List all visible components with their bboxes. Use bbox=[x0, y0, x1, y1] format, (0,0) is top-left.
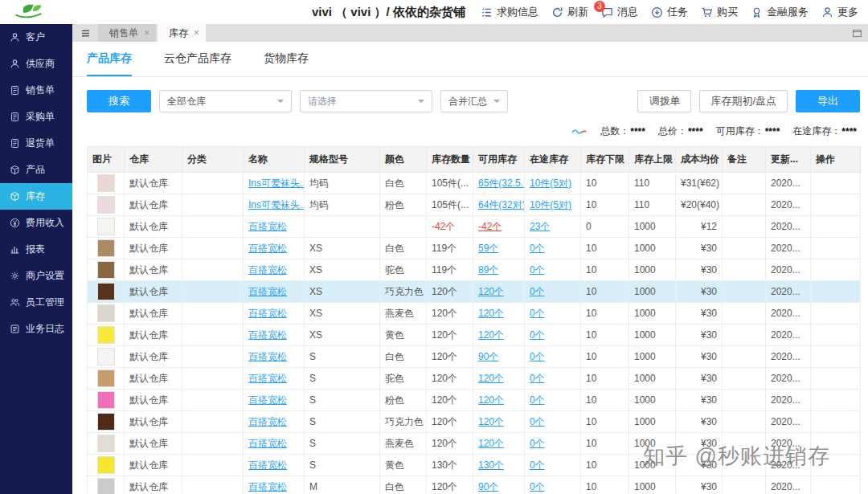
search-button[interactable]: 搜索 bbox=[87, 90, 151, 112]
sidebar-item-4[interactable]: 退货单 bbox=[0, 130, 72, 157]
inventory-row[interactable]: 默认仓库百搭宽松S驼色120个120个0个101000¥302020... bbox=[88, 368, 861, 390]
inventory-row[interactable]: 默认仓库Ins可爱袜头...均码粉色105件(...64件(32对)10件(5对… bbox=[88, 194, 861, 216]
product-image[interactable] bbox=[97, 413, 115, 431]
warehouse-select[interactable]: 全部仓库 bbox=[159, 90, 292, 112]
inventory-row[interactable]: 默认仓库百搭宽松S白色120个90个0个101000¥302020... bbox=[88, 346, 861, 368]
close-icon[interactable]: × bbox=[144, 27, 149, 39]
sidebar-item-1[interactable]: 供应商 bbox=[0, 51, 72, 77]
product-name-link[interactable]: 百搭宽松 bbox=[248, 373, 287, 384]
sidebar-item-2[interactable]: 销售单 bbox=[0, 77, 72, 104]
product-image[interactable] bbox=[97, 348, 115, 365]
subtab-0[interactable]: 产品库存 bbox=[87, 42, 132, 76]
product-name-link[interactable]: Ins可爱袜头... bbox=[248, 199, 305, 210]
inventory-row[interactable]: 默认仓库百搭宽松XS黄色120个120个0个101000¥302020... bbox=[88, 325, 861, 346]
available-stock-link[interactable]: 59个 bbox=[478, 243, 498, 254]
product-name-link[interactable]: Ins可爱袜头... bbox=[248, 178, 305, 189]
export-button[interactable]: 导出 bbox=[796, 90, 860, 112]
available-stock-link[interactable]: -42个 bbox=[478, 221, 502, 232]
transit-stock-link[interactable]: 0个 bbox=[530, 286, 545, 297]
sidebar-item-7[interactable]: 费用收入 bbox=[0, 210, 72, 236]
transit-stock-link[interactable]: 10件(5对) bbox=[530, 178, 571, 189]
available-stock-link[interactable]: 90个 bbox=[478, 351, 498, 362]
available-stock-link[interactable]: 64件(32对) bbox=[478, 199, 525, 210]
product-image[interactable] bbox=[97, 391, 115, 409]
transit-stock-link[interactable]: 0个 bbox=[530, 373, 545, 384]
product-name-link[interactable]: 百搭宽松 bbox=[248, 286, 287, 297]
product-image[interactable] bbox=[97, 196, 115, 214]
transit-stock-link[interactable]: 0个 bbox=[530, 351, 545, 362]
inventory-row[interactable]: 默认仓库百搭宽松S黄色130个130个0个101000¥302020... bbox=[88, 455, 861, 476]
sidebar-item-3[interactable]: 采购单 bbox=[0, 104, 72, 130]
product-image[interactable] bbox=[97, 369, 115, 387]
inventory-row[interactable]: 默认仓库百搭宽松XS白色119个59个0个101000¥302020... bbox=[88, 238, 861, 259]
inventory-row[interactable]: 默认仓库百搭宽松M白色120个90个0个101000¥302020... bbox=[88, 476, 861, 494]
top-action-4[interactable]: 购买 bbox=[701, 5, 738, 19]
available-stock-link[interactable]: 120个 bbox=[478, 438, 504, 449]
close-icon[interactable]: × bbox=[194, 27, 199, 39]
transit-stock-link[interactable]: 0个 bbox=[530, 243, 545, 254]
top-action-6[interactable]: 更多 bbox=[821, 5, 858, 19]
product-name-link[interactable]: 百搭宽松 bbox=[248, 243, 287, 254]
subtab-2[interactable]: 货物库存 bbox=[264, 42, 309, 76]
product-name-link[interactable]: 百搭宽松 bbox=[248, 351, 287, 362]
filter-select[interactable]: 请选择 bbox=[300, 90, 432, 112]
inventory-row[interactable]: 默认仓库百搭宽松S燕麦色120个120个0个101000¥302020... bbox=[88, 433, 861, 455]
toggle-amounts-icon[interactable] bbox=[571, 128, 588, 136]
product-image[interactable] bbox=[97, 478, 115, 494]
sidebar-item-8[interactable]: 报表 bbox=[0, 236, 72, 263]
subtab-1[interactable]: 云仓产品库存 bbox=[164, 42, 231, 76]
available-stock-link[interactable]: 65件(32.5... bbox=[478, 178, 525, 189]
product-image[interactable] bbox=[97, 456, 115, 474]
top-action-2[interactable]: 3消息 bbox=[601, 5, 638, 19]
transit-stock-link[interactable]: 0个 bbox=[530, 394, 545, 406]
product-image[interactable] bbox=[97, 435, 115, 452]
product-name-link[interactable]: 百搭宽松 bbox=[248, 308, 287, 319]
transit-stock-link[interactable]: 0个 bbox=[530, 459, 545, 471]
available-stock-link[interactable]: 89个 bbox=[478, 264, 498, 276]
workspace-tab-1[interactable]: 库存× bbox=[158, 24, 206, 42]
sidebar-item-6[interactable]: 库存 bbox=[0, 183, 72, 210]
sidebar-item-9[interactable]: 商户设置 bbox=[0, 263, 72, 289]
product-image[interactable] bbox=[97, 304, 115, 322]
sidebar-item-11[interactable]: 业务日志 bbox=[0, 316, 72, 342]
product-image[interactable] bbox=[97, 174, 115, 192]
product-name-link[interactable]: 百搭宽松 bbox=[248, 416, 287, 427]
product-name-link[interactable]: 百搭宽松 bbox=[248, 264, 287, 276]
workspace-tab-0[interactable]: 销售单× bbox=[98, 24, 156, 42]
transit-stock-link[interactable]: 0个 bbox=[530, 264, 545, 276]
available-stock-link[interactable]: 120个 bbox=[478, 286, 504, 297]
product-image[interactable] bbox=[97, 326, 115, 344]
transit-stock-link[interactable]: 0个 bbox=[530, 308, 545, 319]
transit-stock-link[interactable]: 0个 bbox=[530, 329, 545, 341]
window-icon[interactable] bbox=[845, 24, 868, 42]
sidebar-item-5[interactable]: 产品 bbox=[0, 157, 72, 183]
product-name-link[interactable]: 百搭宽松 bbox=[248, 459, 287, 471]
available-stock-link[interactable]: 120个 bbox=[478, 329, 504, 341]
top-action-5[interactable]: 金融服务 bbox=[751, 5, 809, 19]
transfer-order-button[interactable]: 调拨单 bbox=[637, 90, 691, 112]
product-name-link[interactable]: 百搭宽松 bbox=[248, 394, 287, 406]
product-image[interactable] bbox=[97, 283, 115, 300]
inventory-row[interactable]: 默认仓库百搭宽松S粉色120个120个0个101000¥302020... bbox=[88, 390, 861, 411]
product-image[interactable] bbox=[97, 239, 115, 257]
inventory-row[interactable]: 默认仓库百搭宽松-42个-42个23个01000¥122020... bbox=[88, 216, 861, 238]
top-action-1[interactable]: 刷新 bbox=[551, 5, 588, 19]
product-name-link[interactable]: 百搭宽松 bbox=[248, 329, 287, 341]
transit-stock-link[interactable]: 0个 bbox=[530, 416, 545, 427]
inventory-row[interactable]: 默认仓库Ins可爱袜头...均码白色105件(...65件(32.5...10件… bbox=[88, 173, 861, 194]
app-logo[interactable] bbox=[0, 2, 72, 22]
product-name-link[interactable]: 百搭宽松 bbox=[248, 438, 287, 449]
product-name-link[interactable]: 百搭宽松 bbox=[248, 481, 287, 492]
product-image[interactable] bbox=[97, 218, 115, 235]
top-action-3[interactable]: 任务 bbox=[651, 5, 688, 19]
available-stock-link[interactable]: 90个 bbox=[478, 481, 498, 492]
summary-mode-select[interactable]: 合并汇总 bbox=[440, 90, 508, 112]
inventory-row[interactable]: 默认仓库百搭宽松XS驼色119个89个0个101000¥302020... bbox=[88, 259, 861, 281]
product-name-link[interactable]: 百搭宽松 bbox=[248, 221, 287, 232]
available-stock-link[interactable]: 120个 bbox=[478, 308, 504, 319]
available-stock-link[interactable]: 130个 bbox=[478, 459, 504, 471]
available-stock-link[interactable]: 120个 bbox=[478, 394, 504, 406]
sidebar-item-10[interactable]: 员工管理 bbox=[0, 289, 72, 316]
transit-stock-link[interactable]: 0个 bbox=[530, 438, 545, 449]
transit-stock-link[interactable]: 10件(5对) bbox=[530, 199, 571, 210]
